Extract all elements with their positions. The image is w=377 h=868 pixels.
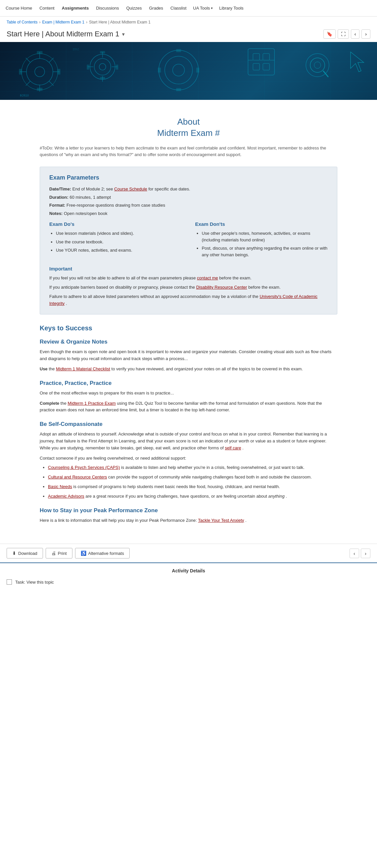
cultural-centers-link[interactable]: Cultural and Resource Centers: [48, 474, 107, 479]
print-button[interactable]: 🖨 Print: [45, 548, 72, 558]
breadcrumb-sep-2: ›: [86, 20, 87, 25]
donts-list: Use other people's notes, homework, acti…: [195, 230, 328, 258]
bottom-bar: ⬇ Download 🖨 Print ♿ Alternative formats…: [0, 544, 377, 562]
svg-rect-29: [176, 49, 181, 52]
download-button[interactable]: ⬇ Download: [7, 548, 43, 558]
dos-item-3: Use YOUR notes, activities, and exams.: [56, 247, 182, 254]
exam-params-details: Date/Time: End of Module 2; see Course S…: [49, 186, 328, 217]
svg-point-27: [165, 56, 192, 84]
self-care-link[interactable]: self care: [225, 445, 241, 451]
breadcrumb-toc[interactable]: Table of Contents: [7, 20, 37, 25]
banner-image: ΦΩΨΔΘ ΣΠΛΞ: [0, 42, 377, 100]
nav-library-tools[interactable]: Library Tools: [219, 4, 244, 12]
bottom-prev-button[interactable]: ‹: [350, 549, 359, 558]
about-heading: About Midterm Exam #: [40, 116, 337, 139]
nav-grades[interactable]: Grades: [149, 4, 164, 12]
peak-performance-section: How to Stay in your Peak Performance Zon…: [40, 507, 337, 524]
svg-rect-35: [263, 54, 270, 60]
breadcrumb-exam[interactable]: Exam | Midterm Exam 1: [42, 20, 84, 25]
date-time-param: Date/Time: End of Module 2; see Course S…: [49, 186, 328, 192]
practice-heading: Practice, Practice, Practice: [40, 380, 337, 386]
bottom-next-button[interactable]: ›: [361, 549, 370, 558]
alt-formats-button[interactable]: ♿ Alternative formats: [75, 548, 130, 558]
task-row: Task: View this topic: [7, 578, 370, 586]
alt-formats-icon: ♿: [81, 551, 86, 556]
svg-point-16: [94, 59, 111, 75]
breadcrumb: Table of Contents › Exam | Midterm Exam …: [0, 17, 377, 28]
important-p2: If you anticipate barriers based on disa…: [49, 284, 328, 291]
dos-heading: Exam Do's: [49, 221, 182, 227]
nav-quizzes[interactable]: Quizzes: [126, 4, 143, 12]
svg-text:ΦΩΨΔΘ: ΦΩΨΔΘ: [20, 94, 29, 97]
dos-item-1: Use lesson materials (videos and slides)…: [56, 230, 182, 237]
bottom-nav: ‹ ›: [350, 549, 370, 558]
review-text: Even though the exam is open note and op…: [40, 348, 337, 363]
expand-button[interactable]: ⛶: [338, 29, 349, 39]
compassion-section: Be Self-Compassionate Adopt an attitude …: [40, 421, 337, 500]
support-caps: Counseling & Psych Services (CAPS) is av…: [48, 464, 337, 471]
compassion-text: Adopt an attitude of kindness to yoursel…: [40, 431, 337, 452]
nav-ua-tools[interactable]: UA Tools ▾: [193, 6, 213, 10]
review-section: Review & Organize Notes Even though the …: [40, 339, 337, 372]
donts-item-2: Post, discuss, or share anything regardi…: [202, 245, 328, 258]
format-param: Format: Free-response questions drawing …: [49, 202, 328, 209]
donts-heading: Exam Don'ts: [195, 221, 328, 227]
basic-needs-link[interactable]: Basic Needs: [48, 484, 72, 489]
svg-rect-34: [253, 54, 260, 60]
compassion-heading: Be Self-Compassionate: [40, 421, 337, 428]
nav-assignments[interactable]: Assignments: [61, 4, 90, 12]
svg-rect-30: [176, 88, 181, 91]
material-checklist-link[interactable]: Midterm 1 Material Checklist: [56, 366, 110, 371]
breadcrumb-sep-1: ›: [39, 20, 40, 25]
review-heading: Review & Organize Notes: [40, 339, 337, 345]
practice-text: One of the most effective ways to prepar…: [40, 390, 337, 397]
caps-link[interactable]: Counseling & Psych Services (CAPS): [48, 465, 120, 470]
download-icon: ⬇: [12, 551, 16, 556]
print-icon: 🖨: [51, 551, 56, 556]
svg-rect-22: [100, 51, 105, 53]
prev-page-button[interactable]: ‹: [351, 29, 360, 39]
dos-donts: Exam Do's Use lesson materials (videos a…: [49, 221, 328, 260]
donts-item-1: Use other people's notes, homework, acti…: [202, 230, 328, 243]
important-heading: Important: [49, 266, 328, 272]
nav-content[interactable]: Content: [39, 4, 55, 12]
practice-section: Practice, Practice, Practice One of the …: [40, 380, 337, 414]
title-dropdown-icon[interactable]: ▾: [122, 31, 125, 37]
notes-param: Notes: Open notes/open book: [49, 210, 328, 217]
practice-exam-link[interactable]: Midterm 1 Practice Exam: [68, 401, 116, 406]
svg-point-17: [99, 63, 106, 70]
exam-dos: Exam Do's Use lesson materials (videos a…: [49, 221, 182, 260]
course-schedule-link[interactable]: Course Schedule: [114, 186, 147, 191]
bottom-actions: ⬇ Download 🖨 Print ♿ Alternative formats: [7, 548, 130, 558]
support-basic-needs: Basic Needs is comprised of programs to …: [48, 484, 337, 490]
test-anxiety-link[interactable]: Tackle Your Test Anxiety: [198, 518, 244, 523]
task-label: Task: View this topic: [15, 580, 54, 585]
header-actions: 🔖 ⛶ ‹ ›: [323, 29, 370, 39]
svg-rect-36: [253, 63, 260, 70]
svg-rect-37: [263, 63, 270, 70]
dos-list: Use lesson materials (videos and slides)…: [49, 230, 182, 254]
contact-text: Contact someone if you are feeling overw…: [40, 455, 337, 462]
main-content: About Midterm Exam # #ToDo: Write a lett…: [0, 100, 377, 540]
academic-advisors-link[interactable]: Academic Advisors: [48, 494, 84, 499]
nav-course-home[interactable]: Course Home: [5, 4, 33, 12]
disability-resource-link[interactable]: Disability Resource Center: [196, 285, 247, 290]
banner-svg: ΦΩΨΔΘ ΣΠΛΞ: [0, 42, 377, 100]
breadcrumb-current: Start Here | About Midterm Exam 1: [89, 20, 151, 25]
nav-classlist[interactable]: Classlist: [170, 4, 187, 12]
bookmark-button[interactable]: 🔖: [323, 29, 336, 39]
task-checkbox[interactable]: [7, 579, 12, 585]
exam-parameters-box: Exam Parameters Date/Time: End of Module…: [40, 167, 337, 314]
intro-text: #ToDo: Write a letter to your learners t…: [40, 145, 337, 159]
support-list: Counseling & Psych Services (CAPS) is av…: [40, 464, 337, 500]
svg-point-28: [172, 64, 185, 76]
nav-discussions[interactable]: Discussions: [95, 4, 119, 12]
svg-rect-23: [100, 77, 105, 79]
svg-line-43: [323, 71, 328, 77]
contact-me-link[interactable]: contact me: [197, 275, 218, 280]
dos-item-2: Use the course textbook.: [56, 239, 182, 245]
page-title-area: Start Here | About Midterm Exam 1 ▾: [7, 30, 125, 38]
support-cultural: Cultural and Resource Centers can provid…: [48, 474, 337, 481]
next-page-button[interactable]: ›: [362, 29, 370, 39]
svg-rect-11: [37, 51, 42, 54]
